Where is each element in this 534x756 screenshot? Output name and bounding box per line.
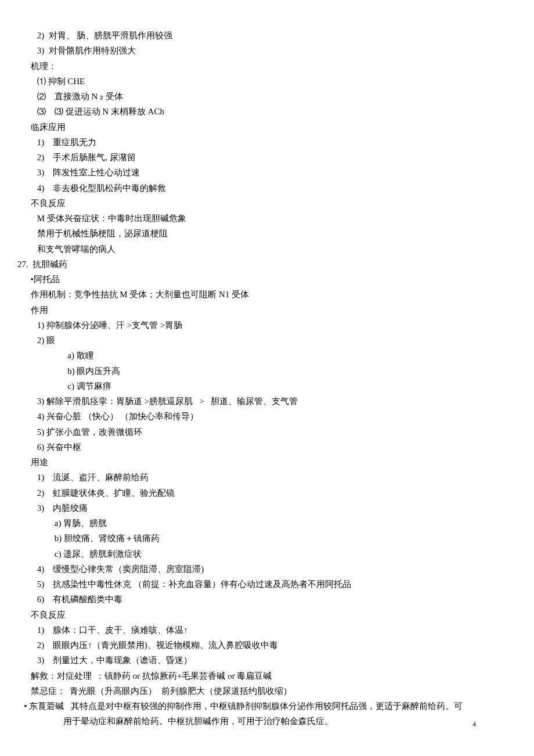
text-line: 和支气管哮喘的病人: [17, 242, 511, 257]
text-line: 2) 手术后肠胀气, 尿潴留: [17, 150, 511, 165]
text-line: 临床应用: [17, 120, 511, 135]
text-line: 2) 对胃、 肠、膀胱平滑肌作用较强: [17, 28, 511, 43]
text-line: 5) 扩张小血管，改善微循环: [17, 424, 511, 440]
text-line: 3) 对骨骼肌作用特别强大: [17, 43, 511, 58]
text-line: 1) 重症肌无力: [17, 135, 511, 150]
text-line: a) 散瞳: [17, 348, 511, 363]
text-line: 不良反应: [17, 607, 511, 622]
text-line: 3) 阵发性室上性心动过速: [17, 165, 511, 180]
text-line: c) 遗尿、膀胱刺激症状: [17, 546, 511, 561]
text-line: 作用机制：竞争性拮抗 M 受体；大剂量也可阻断 N1 受体: [17, 287, 511, 302]
text-line: •阿托品: [17, 272, 511, 287]
text-line: b) 胆绞痛、肾绞痛＋镇痛药: [17, 531, 511, 546]
text-line: 作用: [17, 303, 511, 318]
text-line: 27. 抗胆碱药: [17, 257, 511, 272]
text-line: 用于晕动症和麻醉前给药。中枢抗胆碱作用，可用于治疗帕金森氏症。: [17, 714, 511, 729]
text-line: ⑴ 抑制 CHE: [17, 74, 511, 89]
text-line: 2) 虹膜睫状体炎、扩瞳、验光配镜: [17, 485, 511, 501]
text-line: 用途: [17, 455, 511, 470]
text-line: 4) 兴奋心脏 （快心） （加快心率和传导）: [17, 409, 511, 424]
text-line: 不良反应: [17, 196, 511, 211]
text-line: 解救：对症处理 ：镇静药 or 抗惊厥药+毛果芸香碱 or 毒扁豆碱: [17, 668, 511, 683]
text-line: 1) 抑制腺体分泌唾、汗 >支气管 >胃肠: [17, 318, 511, 333]
text-line: 5) 抗感染性中毒性休克 （前提：补充血容量）伴有心动过速及高热者不用阿托品: [17, 577, 511, 592]
page-number: 4: [472, 718, 476, 730]
text-line: 机理：: [17, 59, 511, 74]
text-line: b) 眼内压升高: [17, 363, 511, 379]
text-line: c) 调节麻痹: [17, 379, 511, 394]
text-line: 1) 腺体：口干、皮干、痰难咳、体温↑: [17, 622, 511, 638]
text-line: ⑵ 直接激动 N ₂ 受体: [17, 89, 511, 104]
text-line: 禁忌症： 青光眼（升高眼内压） 前列腺肥大（使尿道括约肌收缩）: [17, 683, 511, 699]
text-line: 1) 流涎、盗汗、麻醉前给药: [17, 470, 511, 485]
text-line: 4) 非去极化型肌松药中毒的解救: [17, 181, 511, 196]
text-line: ⑶ ⑶ 促进运动 N 末梢释放 ACh: [17, 104, 511, 119]
text-line: M 受体兴奋症状：中毒时出现胆碱危象: [17, 211, 511, 226]
text-line: 禁用于机械性肠梗阻，泌尿道梗阻: [17, 226, 511, 241]
text-line: 3) 解除平滑肌痉挛：胃肠道 >膀胱逼尿肌 > 胆道、输尿管、支气管: [17, 394, 511, 409]
text-line: 3) 内脏绞痛: [17, 501, 511, 516]
text-line: a) 胃肠、膀胱: [17, 516, 511, 531]
text-line: 2) 眼: [17, 333, 511, 348]
text-line: 6) 有机磷酸酯类中毒: [17, 592, 511, 607]
text-line: 6) 兴奋中枢: [17, 440, 511, 455]
text-line: 3) 剂量过大，中毒现象（谵语、昏迷）: [17, 653, 511, 668]
text-line: • 东莨菪碱 其特点是对中枢有较强的抑制作用，中枢镇静剂抑制腺体分泌作用较阿托品…: [17, 699, 511, 714]
text-line: 4) 缓慢型心律失常（窦房阻滞、房室阻滞): [17, 561, 511, 577]
text-line: 2) 眼眼内压↑（青光眼禁用)、视近物模糊、流入鼻腔吸收中毒: [17, 638, 511, 653]
